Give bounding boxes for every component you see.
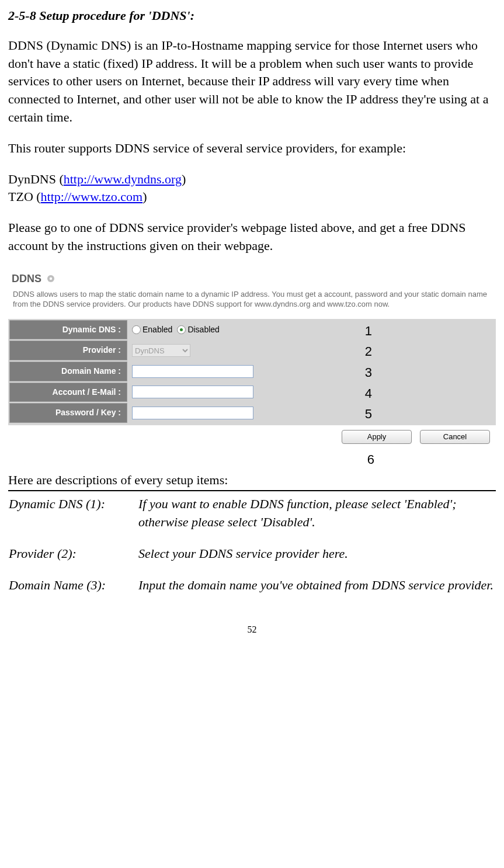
para-providers-intro: This router supports DDNS service of sev… (8, 140, 496, 158)
callout-1: 1 (365, 322, 372, 341)
desc-row-3: Domain Name (3): Input the domain name y… (8, 576, 496, 607)
svg-point-1 (50, 277, 52, 280)
row-provider: Provider : DynDNS 2 (9, 341, 495, 360)
cell-password (127, 403, 495, 423)
radio-enabled[interactable]: Enabled (132, 324, 172, 336)
desc-def-2: Select your DDNS service provider here. (138, 544, 496, 576)
para-ddns-intro: DDNS (Dynamic DNS) is an IP-to-Hostname … (8, 37, 496, 127)
row-password: Password / Key : 5 (9, 403, 495, 423)
panel-title: DDNS (12, 272, 41, 286)
desc-def-1: If you want to enable DDNS function, ple… (138, 495, 496, 544)
account-input[interactable] (132, 386, 253, 398)
dyndns-link[interactable]: http://www.dyndns.org (64, 172, 182, 186)
row-account: Account / E-Mail : 4 (9, 383, 495, 402)
radio-disabled[interactable]: Disabled (177, 324, 219, 336)
radio-enabled-label: Enabled (142, 324, 172, 336)
row-domain-name: Domain Name : 3 (9, 362, 495, 381)
tzo-prefix: TZO ( (8, 189, 41, 204)
callout-3: 3 (365, 364, 372, 382)
cancel-button[interactable]: Cancel (420, 430, 490, 444)
password-input[interactable] (132, 407, 253, 419)
desc-term-3: Domain Name (3): (8, 576, 138, 607)
desc-term-1: Dynamic DNS (1): (8, 495, 138, 544)
dyndns-prefix: DynDNS ( (8, 172, 64, 186)
desc-row-2: Provider (2): Select your DDNS service p… (8, 544, 496, 576)
cell-dynamic-dns: Enabled Disabled (127, 320, 495, 340)
panel-description: DDNS allows users to map the static doma… (8, 287, 496, 319)
apply-button[interactable]: Apply (342, 430, 412, 444)
divider (8, 490, 496, 491)
ddns-config-panel: DDNS DDNS allows users to map the static… (8, 268, 496, 449)
desc-def-3: Input the domain name you've obtained fr… (138, 576, 496, 607)
radio-enabled-dot (132, 325, 141, 334)
cell-account (127, 383, 495, 402)
descriptions-table: Dynamic DNS (1): If you want to enable D… (8, 495, 496, 607)
radio-disabled-dot (177, 325, 186, 334)
callout-2: 2 (365, 343, 372, 361)
desc-term-2: Provider (2): (8, 544, 138, 576)
section-heading: 2-5-8 Setup procedure for 'DDNS': (8, 7, 496, 25)
panel-header: DDNS (8, 268, 496, 287)
domain-name-input[interactable] (132, 365, 253, 378)
provider-links: DynDNS (http://www.dyndns.org) TZO (http… (8, 171, 496, 207)
descriptions-intro: Here are descriptions of every setup ite… (8, 471, 496, 489)
page-number: 52 (8, 623, 496, 636)
button-row: Apply Cancel (8, 425, 496, 449)
label-domain-name: Domain Name : (9, 362, 127, 381)
gear-icon (46, 274, 55, 283)
tzo-suffix: ) (142, 189, 147, 204)
callout-5: 5 (365, 405, 372, 423)
label-dynamic-dns: Dynamic DNS : (9, 320, 127, 340)
para-instructions: Please go to one of DDNS service provide… (8, 219, 496, 255)
desc-row-1: Dynamic DNS (1): If you want to enable D… (8, 495, 496, 544)
callout-4: 4 (365, 385, 372, 403)
dyndns-suffix: ) (182, 172, 186, 186)
provider-select[interactable]: DynDNS (132, 344, 190, 357)
cell-provider: DynDNS (127, 341, 495, 360)
tzo-link[interactable]: http://www.tzo.com (41, 189, 143, 204)
label-password: Password / Key : (9, 403, 127, 423)
form-area: Dynamic DNS : Enabled Disabled 1 Provide… (8, 319, 496, 425)
row-dynamic-dns: Dynamic DNS : Enabled Disabled 1 (9, 320, 495, 340)
callout-6: 6 (8, 451, 496, 469)
label-account: Account / E-Mail : (9, 383, 127, 402)
cell-domain-name (127, 362, 495, 381)
label-provider: Provider : (9, 341, 127, 360)
radio-disabled-label: Disabled (187, 324, 219, 336)
